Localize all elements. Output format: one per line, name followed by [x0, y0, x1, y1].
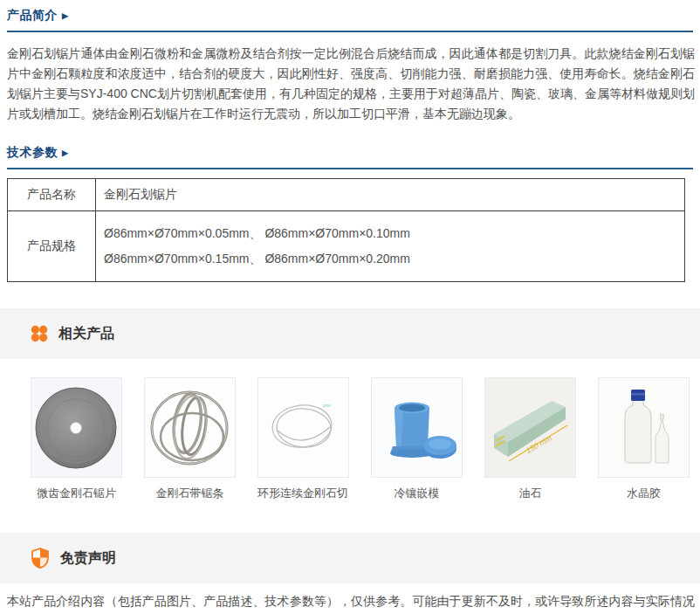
related-products-title: 相关产品 — [58, 325, 114, 343]
product-image-crystal-glue — [598, 377, 690, 478]
product-card-label[interactable]: 水晶胶 — [598, 486, 690, 500]
related-products-band: 相关产品 — [0, 308, 700, 359]
product-image-cutting-wire — [257, 377, 349, 478]
product-card-label[interactable]: 环形连续金刚石切... — [257, 486, 349, 500]
shield-icon — [31, 548, 50, 569]
section-title-intro: 产品简介▶ — [7, 0, 700, 24]
disclaimer-paragraph: 本站产品介绍内容（包括产品图片、产品描述、技术参数等），仅供参考。可能由于更新不… — [0, 591, 700, 614]
spec-value-product-size: Ø86mm×Ø70mm×0.05mm、 Ø86mm×Ø70mm×0.10mm Ø… — [96, 211, 685, 282]
diamond-saw-blade-image — [31, 378, 121, 477]
diamond-band-saw-image — [145, 378, 235, 477]
glue-bottles-image — [599, 378, 689, 477]
oilstone-image: 150 mm — [485, 378, 575, 477]
product-image-band-saw — [144, 377, 236, 478]
product-card-label[interactable]: 微齿金刚石锯片 — [31, 486, 122, 500]
diamond-wire-loop-image — [258, 378, 348, 477]
spec-value-product-name: 金刚石划锯片 — [96, 179, 685, 211]
product-card-band-saw[interactable]: 金刚石带锯条 — [144, 377, 236, 500]
product-card-label[interactable]: 冷镶嵌模 — [371, 486, 463, 500]
spec-size-line: Ø86mm×Ø70mm×0.05mm、 Ø86mm×Ø70mm×0.10mm — [104, 221, 684, 246]
product-card-cutting-wire[interactable]: 环形连续金刚石切... — [257, 377, 349, 500]
disclaimer-band: 免责声明 — [0, 533, 700, 583]
arrow-right-icon: ▶ — [62, 11, 68, 20]
related-products-list: 微齿金刚石锯片 金刚石带锯条 — [0, 377, 700, 500]
product-card-saw-blade[interactable]: 微齿金刚石锯片 — [31, 377, 122, 500]
table-row: 产品规格 Ø86mm×Ø70mm×0.05mm、 Ø86mm×Ø70mm×0.1… — [8, 211, 685, 282]
spec-table: 产品名称 金刚石划锯片 产品规格 Ø86mm×Ø70mm×0.05mm、 Ø86… — [7, 178, 685, 282]
disclaimer-title: 免责声明 — [60, 549, 116, 568]
section-divider — [7, 31, 693, 32]
product-image-mounting-mold — [371, 377, 463, 478]
arrow-right-icon: ▶ — [62, 148, 68, 157]
product-card-crystal-glue[interactable]: 水晶胶 — [598, 377, 690, 500]
product-card-label[interactable]: 金刚石带锯条 — [144, 486, 236, 500]
spec-label-product-size: 产品规格 — [8, 211, 96, 282]
blue-mold-cup-image — [372, 378, 462, 477]
spec-size-line: Ø86mm×Ø70mm×0.15mm、 Ø86mm×Ø70mm×0.20mm — [104, 246, 684, 272]
clover-icon — [31, 325, 48, 342]
product-card-mounting-mold[interactable]: 冷镶嵌模 — [371, 377, 463, 500]
spec-label-product-name: 产品名称 — [8, 179, 96, 211]
intro-paragraph: 金刚石划锯片通体由金刚石微粉和金属微粉及结合剂按一定比例混合后烧结而成，因此通体… — [0, 44, 700, 124]
product-detail-page: 产品简介▶ 金刚石划锯片通体由金刚石微粉和金属微粉及结合剂按一定比例混合后烧结而… — [0, 0, 700, 614]
section-divider — [7, 168, 693, 169]
section-title-specs-text: 技术参数 — [7, 145, 58, 159]
section-title-specs: 技术参数▶ — [7, 137, 700, 161]
product-image-oilstone: 150 mm — [484, 377, 576, 478]
section-title-intro-text: 产品简介 — [7, 8, 58, 22]
table-row: 产品名称 金刚石划锯片 — [8, 179, 685, 211]
product-image-saw-blade — [31, 377, 122, 478]
product-card-label[interactable]: 油石 — [484, 486, 576, 500]
product-card-oilstone[interactable]: 150 mm 油石 — [484, 377, 576, 500]
